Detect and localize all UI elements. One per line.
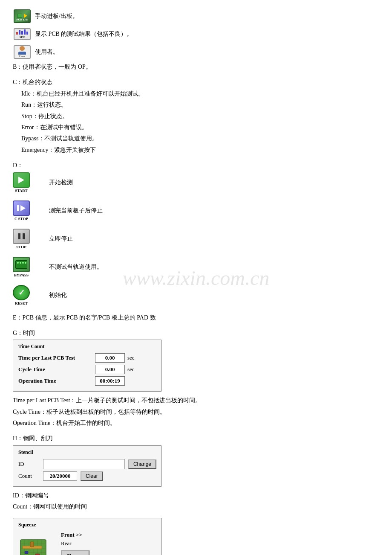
stencil-count-value: 20/20000 (43, 471, 77, 481)
stencil-id-label: ID (18, 461, 40, 468)
change-direction-button[interactable]: ChangeDirection (61, 550, 89, 555)
stencil-count-desc: Count：钢网可以使用的时间 (13, 502, 379, 511)
cycle-time-unit: sec (127, 366, 135, 373)
reset-row: ✓ RESET 初始化 (13, 285, 379, 305)
bypass-desc: 不测试当轨道使用。 (49, 263, 103, 271)
squeeze-inner: Front >> Rear ChangeDirection (18, 532, 156, 555)
stop-row: STOP 立即停止 (13, 229, 379, 249)
pcb-icon-row: PCB L/U 手动进板/出板。 (13, 9, 379, 24)
stencil-count-label: Count (18, 473, 40, 479)
section-c-error: Error：在测试中有错误。 (21, 123, 379, 132)
stop-sublabel: STOP (16, 245, 26, 249)
cycle-time-row: Cycle Time 0.00 sec (18, 365, 156, 374)
reset-sublabel: RESET (15, 301, 28, 305)
stencil-box: Stencil ID Change Count 20/20000 Clear (13, 445, 162, 487)
section-h: H：钢网、刮刀 (13, 434, 379, 443)
time-per-pcb-label: Time per Last PCB Test (18, 355, 95, 361)
stop-icon (13, 229, 30, 244)
bypass-icon-wrapper: BYPASS (13, 257, 30, 277)
time-per-pcb-unit: sec (127, 355, 135, 361)
stencil-id-input[interactable] (43, 459, 125, 469)
reset-icon-wrapper: ✓ RESET (13, 285, 30, 305)
operation-time-row: Operation Time 00:00:19 (18, 376, 156, 386)
bypass-row: BYPASS 不测试当轨道使用。 (13, 257, 379, 277)
user-desc: 使用者。 (35, 48, 59, 56)
time-per-pcb-row: Time per Last PCB Test 0.00 sec (18, 353, 156, 363)
start-sublabel: START (15, 189, 27, 193)
start-icon-wrapper: START (13, 172, 30, 193)
squeeze-front-label: Front >> (61, 532, 89, 538)
time-per-pcb-value: 0.00 (95, 353, 125, 363)
section-c-idle: Idle：机台已经开机并且准备好可以开始测试。 (21, 89, 379, 99)
time-desc-3: Operation Time：机台开始工作的时间。 (13, 418, 379, 428)
time-count-title: Time Count (18, 343, 156, 350)
stop-desc: 立即停止 (49, 235, 73, 243)
svg-rect-11 (30, 542, 34, 547)
time-desc-2: Cycle Time：板子从进板到出板的时间，包括等待的时间。 (13, 407, 379, 417)
reset-icon: ✓ (13, 285, 30, 300)
section-d: D： (13, 161, 379, 170)
stencil-title: Stencil (18, 449, 156, 456)
stencil-count-row: Count 20/20000 Clear (18, 471, 156, 481)
time-desc-1: Time per Last PCB Test：上一片板子的测试时间，不包括进出板… (13, 396, 379, 405)
user-icon: User (13, 44, 32, 60)
time-count-box: Time Count Time per Last PCB Test 0.00 s… (13, 340, 162, 392)
operation-time-label: Operation Time (18, 378, 95, 384)
section-c-run: Run：运行状态。 (21, 100, 379, 110)
stop-icon-wrapper: STOP (13, 229, 30, 249)
cstop-row: C STOP 测完当前板子后停止 (13, 200, 379, 221)
pcb-load-icon: PCB L/U (13, 9, 32, 24)
start-desc: 开始检测 (49, 179, 73, 186)
operation-time-value: 00:00:19 (95, 376, 125, 386)
svg-rect-12 (25, 551, 28, 554)
reset-desc: 初始化 (49, 291, 67, 299)
cstop-icon (13, 200, 30, 216)
bypass-sublabel: BYPASS (14, 273, 29, 277)
cycle-time-label: Cycle Time (18, 366, 95, 373)
section-b: B：使用者状态，一般为 OP。 (13, 62, 379, 72)
section-c-stop: Stop：停止状态。 (21, 112, 379, 121)
start-row: START 开始检测 (13, 172, 379, 193)
section-c-emergency: Emergency：紧急开关被按下 (21, 145, 379, 155)
stencil-change-button[interactable]: Change (128, 459, 156, 469)
cstop-sublabel: C STOP (14, 217, 28, 221)
cstop-desc: 测完当前板子后停止 (49, 207, 103, 215)
section-g: G：时间 (13, 328, 379, 338)
section-c-bypass: Bypass：不测试当轨道使用。 (21, 134, 379, 143)
stencil-id-row: ID Change (18, 459, 156, 469)
spc-desc: 显示 PCB 的测试结果（包括不良）。 (35, 30, 133, 38)
squeegee-icon (18, 538, 52, 555)
section-e: E：PCB 信息，显示 PCB 的名字/PCB 板上总的 PAD 数 (13, 313, 379, 323)
user-icon-row: User 使用者。 (13, 44, 379, 60)
stencil-id-desc: ID：钢网编号 (13, 491, 379, 500)
start-icon (13, 172, 30, 188)
cstop-icon-wrapper: C STOP (13, 200, 30, 221)
squeeze-title: Squeeze (18, 522, 156, 528)
section-c-header: C：机台的状态 (13, 78, 379, 87)
squeeze-box: Squeeze (13, 518, 162, 555)
bypass-icon (13, 257, 30, 272)
squeeze-info: Front >> Rear ChangeDirection (61, 532, 89, 555)
squeeze-rear-label: Rear (61, 540, 89, 547)
stencil-clear-button[interactable]: Clear (81, 471, 103, 481)
pcb-load-desc: 手动进板/出板。 (35, 12, 78, 20)
cycle-time-value: 0.00 (95, 365, 125, 374)
spc-icon-row: SPC 显示 PCB 的测试结果（包括不良）。 (13, 26, 379, 42)
spc-icon: SPC (13, 26, 32, 42)
